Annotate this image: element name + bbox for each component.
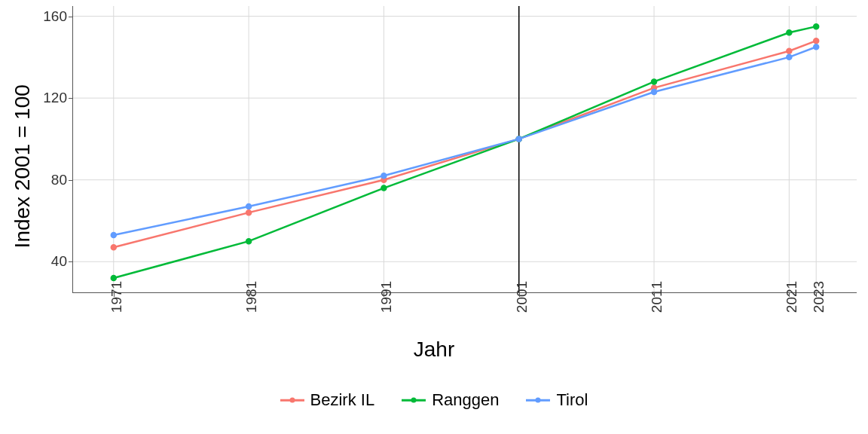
x-tick-label: 2023 bbox=[811, 281, 828, 313]
svg-point-11 bbox=[111, 245, 116, 250]
x-tick-label: 2001 bbox=[514, 281, 530, 313]
svg-point-22 bbox=[652, 79, 657, 84]
svg-point-18 bbox=[111, 276, 116, 281]
svg-point-24 bbox=[814, 24, 819, 29]
svg-point-31 bbox=[814, 44, 819, 50]
line-chart: Index 2001 = 100 Jahr 408012016019711981… bbox=[0, 0, 868, 434]
svg-point-23 bbox=[787, 30, 792, 35]
x-axis-label: Jahr bbox=[0, 338, 868, 362]
svg-point-29 bbox=[652, 90, 657, 95]
legend-item-ranggen: Ranggen bbox=[402, 390, 499, 410]
svg-point-17 bbox=[814, 38, 819, 44]
x-tick-label: 2021 bbox=[784, 281, 801, 313]
legend-swatch-icon bbox=[402, 393, 426, 407]
svg-point-26 bbox=[246, 204, 252, 209]
plot-svg bbox=[73, 6, 857, 292]
svg-point-19 bbox=[246, 239, 252, 244]
legend-item-tirol: Tirol bbox=[526, 390, 588, 410]
svg-point-30 bbox=[787, 54, 792, 60]
y-tick-label: 40 bbox=[29, 253, 67, 270]
x-tick-label: 1971 bbox=[108, 281, 125, 313]
legend-label: Ranggen bbox=[432, 390, 499, 410]
svg-point-25 bbox=[111, 233, 116, 238]
legend: Bezirk ILRanggenTirol bbox=[0, 390, 868, 410]
x-tick-label: 2011 bbox=[649, 281, 665, 313]
legend-swatch-icon bbox=[280, 393, 304, 407]
y-axis-label: Index 2001 = 100 bbox=[11, 84, 35, 248]
svg-point-20 bbox=[381, 185, 387, 191]
svg-point-27 bbox=[381, 173, 387, 179]
series-ranggen bbox=[111, 24, 818, 281]
x-tick-label: 1981 bbox=[243, 281, 260, 313]
series-bezirk-il bbox=[111, 38, 818, 250]
y-tick-label: 80 bbox=[29, 172, 67, 188]
plot-area: 40801201601971198119912001201120212023 bbox=[72, 6, 857, 293]
x-tick-label: 1991 bbox=[379, 281, 396, 313]
legend-swatch-icon bbox=[526, 393, 550, 407]
legend-label: Bezirk IL bbox=[310, 390, 375, 410]
svg-point-16 bbox=[787, 48, 792, 53]
svg-point-28 bbox=[516, 136, 521, 142]
legend-item-bezirk-il: Bezirk IL bbox=[280, 390, 375, 410]
y-tick-label: 120 bbox=[29, 90, 67, 106]
legend-label: Tirol bbox=[556, 390, 588, 410]
y-tick-label: 160 bbox=[29, 8, 67, 25]
series-tirol bbox=[111, 44, 818, 238]
svg-point-12 bbox=[246, 210, 252, 215]
